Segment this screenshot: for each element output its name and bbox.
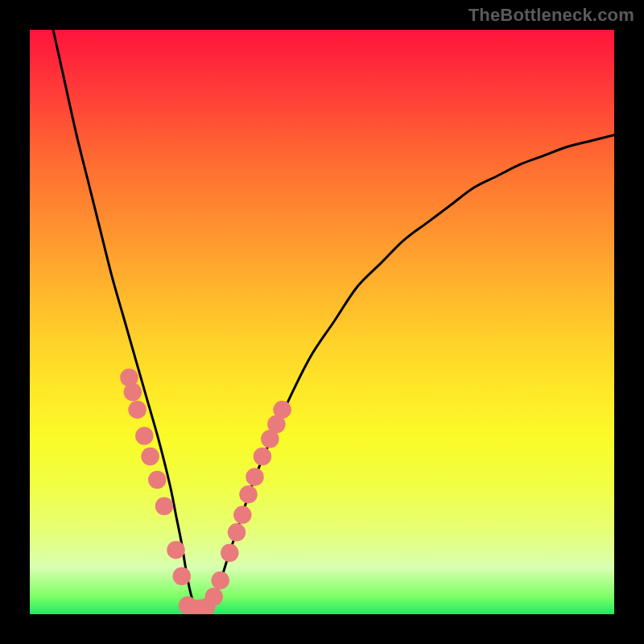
- curve-marker: [135, 427, 154, 445]
- curve-marker: [239, 485, 258, 504]
- curve-marker: [233, 506, 252, 524]
- curve-marker: [124, 383, 142, 402]
- curve-marker: [221, 544, 239, 563]
- chart-svg: [30, 30, 614, 614]
- curve-marker: [204, 588, 223, 606]
- curve-marker: [155, 497, 174, 515]
- curve-marker: [246, 468, 264, 486]
- curve-marker: [128, 401, 147, 419]
- curve-marker: [273, 401, 291, 419]
- curve-marker: [173, 568, 192, 586]
- watermark-text: TheBottleneck.com: [469, 5, 634, 26]
- bottleneck-curve: [53, 30, 614, 610]
- chart-frame: TheBottleneck.com: [0, 0, 644, 644]
- curve-marker: [167, 541, 185, 559]
- curve-marker: [228, 523, 246, 542]
- curve-marker: [254, 448, 272, 466]
- curve-marker: [211, 572, 229, 590]
- curve-marker: [141, 448, 159, 466]
- curve-marker: [148, 471, 167, 489]
- curve-markers: [120, 369, 291, 614]
- chart-plot-area: [30, 30, 614, 614]
